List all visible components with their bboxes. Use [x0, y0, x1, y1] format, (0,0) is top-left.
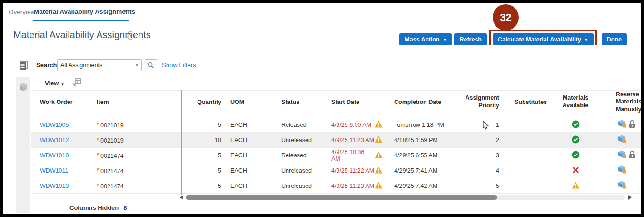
mouse-cursor [483, 121, 489, 132]
search-button[interactable] [145, 59, 157, 71]
reserve-materials-icon[interactable] [618, 135, 627, 145]
mass-action-button[interactable]: Mass Action ▼ [399, 33, 452, 46]
start-date-warning-icon[interactable] [375, 151, 383, 160]
search-input-value[interactable]: All Assignments [60, 62, 135, 69]
col-header-status[interactable]: Status [275, 99, 331, 105]
active-tab-indicator [33, 20, 129, 21]
status-value: Unreleased [275, 183, 331, 189]
start-date-value: 4/9/25 11:23 AM [331, 137, 374, 144]
item-number: 0021019 [100, 122, 124, 129]
completion-date-value: Tomorrow 1:18 PM [393, 122, 455, 128]
col-header-substitutes[interactable]: Substitutes [503, 99, 549, 105]
quantity-value: 5 [181, 122, 224, 128]
locked-icon [629, 151, 635, 160]
materials-available-icon[interactable] [572, 135, 580, 145]
uom-value: EACH [224, 122, 275, 128]
table-row[interactable]: WDW1013 0021474 5 EACH Unreleased 4/9/25… [31, 178, 644, 194]
item-flag-icon [97, 123, 100, 126]
view-menu-label: View [45, 80, 59, 87]
work-order-link[interactable]: WDW1012 [40, 137, 69, 144]
table-row[interactable]: WDW1012 0021019 10 EACH Unreleased 4/9/2… [31, 133, 644, 148]
tab-material-availability-assignments[interactable]: Material Availability Assignments [34, 8, 135, 15]
col-header-assignment-priority[interactable]: Assignment Priority [455, 94, 503, 109]
chevron-down-icon: ▼ [443, 38, 447, 42]
item-flag-icon [97, 168, 100, 172]
tab-close-icon[interactable]: × [123, 8, 127, 15]
col-header-completion-date[interactable]: Completion Date [393, 99, 455, 105]
materials-unavailable-icon[interactable] [572, 166, 579, 175]
locked-icon [629, 120, 635, 130]
work-order-link[interactable]: WDW1010 [40, 152, 69, 159]
materials-warning-icon[interactable] [572, 182, 580, 190]
start-date-value: 4/9/25 11:23 AM [331, 183, 374, 189]
col-header-quantity[interactable]: Quantity [181, 99, 224, 105]
quantity-value: 10 [181, 137, 224, 144]
table-body: WDW1005 0021019 5 EACH Released 4/9/25 6… [31, 117, 644, 194]
horizontal-scrollbar[interactable] [31, 195, 638, 200]
work-order-link[interactable]: WDW1005 [40, 122, 69, 128]
col-header-start-date[interactable]: Start Date [331, 99, 393, 105]
uom-value: EACH [224, 183, 275, 189]
table-row[interactable]: WDW1011 0021474 5 EACH Unreleased 4/9/25… [31, 163, 644, 178]
start-date-warning-icon[interactable] [375, 121, 383, 129]
uom-value: EACH [224, 152, 275, 159]
search-icon [148, 62, 154, 69]
assignments-table: Work Order Item Quantity UOM Status Star… [31, 90, 644, 194]
chevron-down-icon: ▼ [60, 83, 64, 87]
status-value: Unreleased [275, 167, 331, 174]
reserve-materials-icon[interactable] [618, 181, 627, 191]
show-filters-link[interactable]: Show Filters [162, 62, 196, 69]
assignment-priority-value: 5 [455, 183, 503, 189]
col-header-uom[interactable]: UOM [224, 99, 275, 105]
reserve-materials-icon[interactable] [618, 120, 627, 130]
search-input[interactable]: All Assignments × [57, 59, 142, 71]
uom-value: EACH [224, 167, 275, 174]
col-header-reserve-materials-manually[interactable]: Reserve Materials Manually [602, 91, 644, 114]
detach-table-icon[interactable] [73, 78, 81, 88]
quantity-value: 5 [181, 152, 224, 159]
completion-date-value: 4/29/25 6:55 AM [393, 152, 455, 159]
status-value: Released [275, 122, 331, 128]
col-header-item[interactable]: Item [97, 99, 181, 105]
list-view-icon[interactable] [19, 61, 28, 73]
start-date-warning-icon[interactable] [375, 166, 383, 175]
scrollbar-track[interactable] [186, 195, 625, 200]
item-flag-icon [97, 153, 100, 156]
frozen-column-divider [181, 90, 182, 195]
completion-date-value: 4/29/25 7:42 AM [393, 183, 455, 189]
start-date-warning-icon[interactable] [375, 136, 383, 145]
col-header-work-order[interactable]: Work Order [31, 99, 97, 105]
materials-available-icon[interactable] [572, 120, 580, 130]
table-row[interactable]: WDW1005 0021019 5 EACH Released 4/9/25 6… [31, 117, 644, 133]
mass-action-label: Mass Action [405, 36, 439, 43]
icon-strip-background [16, 77, 30, 213]
help-icon[interactable]: ? [127, 31, 135, 40]
work-order-link[interactable]: WDW1013 [40, 183, 69, 189]
table-header-row: Work Order Item Quantity UOM Status Star… [31, 90, 644, 114]
start-date-value: 4/9/25 11:22 AM [331, 167, 374, 174]
assignment-priority-value: 2 [455, 137, 503, 144]
scroll-right-arrow[interactable] [628, 195, 632, 200]
columns-hidden-count: 8 [123, 204, 127, 211]
materials-available-icon[interactable] [572, 151, 580, 160]
table-row[interactable]: WDW1010 0021474 5 EACH Released 4/9/25 1… [31, 148, 644, 163]
done-button[interactable]: Done [602, 33, 627, 46]
app-window: Overview Material Availability Assignmen… [0, 0, 644, 217]
calculate-material-availability-button[interactable]: Calculate Material Availability ▼ [493, 33, 594, 46]
status-value: Unreleased [275, 137, 331, 144]
reserve-materials-icon[interactable] [618, 150, 627, 160]
step-annotation-badge: 32 [493, 4, 519, 31]
work-order-link[interactable]: WDW1011 [40, 167, 69, 174]
view-menu[interactable]: View▼ [45, 80, 64, 87]
tab-overview[interactable]: Overview [9, 9, 35, 16]
col-header-materials-available[interactable]: Materials Available [549, 94, 602, 109]
reserve-materials-icon[interactable] [618, 165, 627, 176]
completion-date-value: 4/18/25 1:59 PM [393, 137, 455, 144]
clear-search-icon[interactable]: × [135, 62, 139, 69]
refresh-label: Refresh [459, 36, 482, 43]
scrollbar-thumb[interactable] [186, 195, 497, 200]
scroll-left-arrow[interactable] [180, 195, 183, 200]
product-cube-icon[interactable] [19, 83, 28, 93]
start-date-warning-icon[interactable] [375, 182, 383, 190]
refresh-button[interactable]: Refresh [454, 33, 487, 46]
